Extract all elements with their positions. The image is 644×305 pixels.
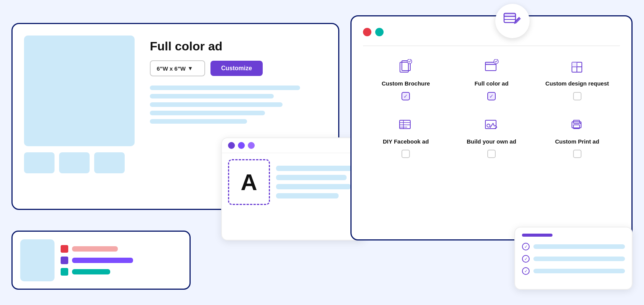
main-image [24, 36, 135, 146]
content-lines [150, 86, 327, 124]
editor-text-lines [276, 159, 359, 205]
customize-button[interactable]: Customize [210, 61, 263, 76]
main-title: Full color ad [150, 39, 327, 53]
editor-line-4 [276, 193, 339, 198]
content-line-4 [150, 111, 265, 115]
print-ad-icon [569, 116, 586, 133]
thumb-1 [24, 152, 55, 173]
color-item-red [61, 245, 182, 253]
teal-bar [72, 269, 110, 274]
teal-swatch [61, 268, 68, 276]
window-dot-2 [238, 142, 245, 149]
color-swatch [20, 239, 55, 281]
letter-box: A [228, 159, 270, 205]
main-card-left [24, 36, 138, 197]
option-label-custom-design: Custom design request [545, 80, 609, 87]
svg-point-20 [487, 124, 490, 127]
check-circle-2: ✓ [522, 255, 530, 263]
checkbox-full-color-ad[interactable]: ✓ [487, 92, 496, 100]
color-item-purple [61, 257, 182, 264]
edit-layout-icon [503, 11, 522, 31]
brochure-icon [397, 58, 414, 75]
option-label-diy-facebook: DIY Facebook ad [383, 138, 429, 145]
size-select[interactable]: 6"W x 6"W ▾ [150, 60, 205, 76]
thumb-3 [94, 152, 125, 173]
text-editor-card: A [221, 137, 366, 240]
option-label-build-own: Build your own ad [467, 138, 516, 145]
purple-swatch [61, 257, 68, 264]
check-line-3 [533, 269, 625, 273]
checkbox-custom-brochure[interactable]: ✓ [401, 92, 410, 100]
checklist-row-2: ✓ [522, 255, 625, 263]
checkbox-custom-print[interactable] [573, 150, 581, 158]
svg-rect-1 [504, 13, 516, 16]
color-card [11, 231, 191, 290]
checklist-row-1: ✓ [522, 243, 625, 250]
design-request-icon [569, 58, 586, 75]
scene: Full color ad 6"W x 6"W ▾ Customize [0, 0, 644, 305]
editor-body: A [222, 153, 365, 211]
build-own-icon [483, 116, 500, 133]
editor-line-3 [276, 184, 351, 189]
purple-bar [72, 258, 133, 263]
option-diy-facebook-ad[interactable]: DIY Facebook ad [363, 110, 449, 165]
editor-line-1 [276, 166, 359, 171]
check-line-2 [533, 257, 625, 261]
option-label-custom-print: Custom Print ad [555, 138, 599, 145]
dropdown-arrow-icon: ▾ [189, 65, 192, 72]
checkbox-build-own[interactable] [487, 150, 496, 158]
content-line-3 [150, 102, 283, 107]
check-circle-3: ✓ [522, 267, 530, 275]
checklist-row-3: ✓ [522, 267, 625, 275]
options-grid: Custom Brochure ✓ Full color ad ✓ [363, 52, 620, 164]
options-card: Custom Brochure ✓ Full color ad ✓ [350, 15, 633, 240]
editor-header [222, 138, 365, 153]
color-item-teal [61, 268, 182, 276]
checklist-card: ✓ ✓ ✓ [514, 227, 633, 290]
option-label-full-color-ad: Full color ad [474, 80, 508, 87]
option-custom-brochure[interactable]: Custom Brochure ✓ [363, 52, 449, 107]
content-line-5 [150, 119, 247, 124]
options-header [363, 28, 620, 36]
check-line-1 [533, 244, 625, 249]
window-dot-1 [228, 142, 235, 149]
size-label: 6"W x 6"W [157, 65, 186, 72]
option-custom-print-ad[interactable]: Custom Print ad [534, 110, 620, 165]
check-circle-1: ✓ [522, 243, 530, 250]
option-build-own-ad[interactable]: Build your own ad [449, 110, 535, 165]
checkbox-custom-design[interactable] [573, 92, 581, 100]
content-line-2 [150, 94, 274, 98]
checklist-items: ✓ ✓ ✓ [522, 243, 625, 275]
thumb-2 [59, 152, 90, 173]
option-full-color-ad[interactable]: Full color ad ✓ [449, 52, 535, 107]
color-ad-icon [483, 58, 500, 75]
traffic-light-red [363, 28, 371, 36]
thumbnails [24, 152, 138, 173]
window-dot-3 [248, 142, 255, 149]
svg-rect-13 [572, 62, 577, 67]
checkbox-diy-facebook[interactable] [401, 150, 410, 158]
float-icon-circle [495, 4, 530, 38]
svg-point-24 [580, 123, 581, 124]
checklist-bar [522, 234, 552, 237]
option-label-custom-brochure: Custom Brochure [382, 80, 430, 87]
divider [363, 45, 620, 46]
red-swatch [61, 245, 68, 253]
traffic-light-teal [375, 28, 384, 36]
facebook-ad-icon [397, 116, 414, 133]
red-bar [72, 246, 118, 252]
editor-line-2 [276, 175, 347, 180]
color-items [61, 245, 182, 276]
content-line-1 [150, 86, 300, 90]
main-controls: 6"W x 6"W ▾ Customize [150, 60, 327, 76]
option-custom-design-request[interactable]: Custom design request [534, 52, 620, 107]
letter-a: A [241, 169, 257, 195]
